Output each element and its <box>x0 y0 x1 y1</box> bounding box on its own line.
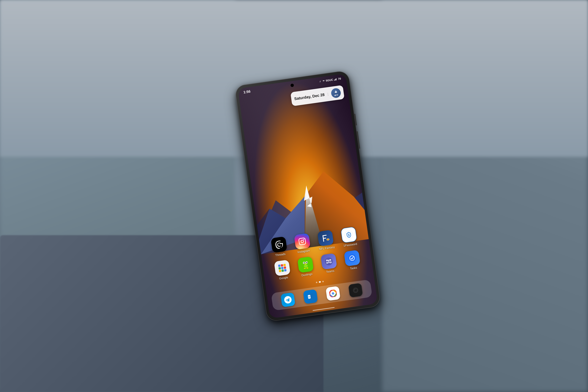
cloud-icon <box>334 89 338 94</box>
app-tasks[interactable]: Tasks <box>342 250 362 271</box>
google-grid-symbol <box>277 263 287 273</box>
nfl-label: NFL Fantasy <box>319 245 335 251</box>
teams-symbol: T <box>324 256 334 266</box>
bluetooth-icon <box>319 80 322 83</box>
app-instagram[interactable]: Instagram <box>292 233 313 254</box>
duolingo-icon <box>297 256 314 273</box>
dock-outlook[interactable]: O <box>303 289 318 304</box>
page-dot-3 <box>322 280 324 282</box>
tasks-icon <box>344 250 360 266</box>
svg-rect-26 <box>278 267 281 270</box>
instagram-label: Instagram <box>297 249 310 254</box>
nfl-symbol <box>321 234 330 242</box>
instagram-symbol <box>298 237 307 246</box>
page-dot-2 <box>319 281 321 283</box>
svg-rect-27 <box>281 266 284 269</box>
status-right: 5GUC 70 <box>319 77 341 83</box>
battery-level: 70 <box>338 77 341 80</box>
threads-symbol <box>274 240 284 249</box>
1password-symbol: 1 <box>344 230 354 240</box>
tasks-symbol <box>347 253 357 263</box>
chrome-symbol <box>329 289 337 298</box>
svg-point-14 <box>303 239 304 240</box>
threads-icon <box>271 236 287 253</box>
tasks-label: Tasks <box>350 266 357 270</box>
date-widget-menu[interactable]: ⋮ <box>326 92 330 96</box>
1password-label: 1Password <box>343 242 357 247</box>
svg-rect-31 <box>284 269 286 272</box>
svg-rect-28 <box>284 266 286 269</box>
weather-badge[interactable]: 49°F <box>330 88 341 98</box>
app-1password[interactable]: 1 1Password <box>339 226 359 248</box>
svg-point-11 <box>334 91 337 93</box>
app-nfl[interactable]: NFL Fantasy <box>316 230 336 251</box>
svg-rect-23 <box>278 264 280 267</box>
svg-rect-9 <box>336 78 337 80</box>
app-google[interactable]: Google <box>272 260 293 281</box>
app-teams[interactable]: T Teams <box>319 253 339 274</box>
duolingo-owl <box>300 259 311 270</box>
svg-rect-29 <box>279 270 281 272</box>
duolingo-label: Duolingo <box>301 272 312 277</box>
nfl-icon <box>317 230 334 246</box>
svg-text:O: O <box>308 296 310 298</box>
1password-icon: 1 <box>340 226 357 243</box>
wifi-icon <box>322 80 325 82</box>
svg-rect-16 <box>322 234 326 236</box>
svg-rect-25 <box>283 264 286 266</box>
dock-chrome[interactable] <box>326 286 340 301</box>
svg-point-13 <box>301 240 304 243</box>
teams-icon: T <box>320 253 337 270</box>
status-time: 1:56 <box>243 89 251 94</box>
outlook-symbol: O <box>306 292 314 300</box>
app-threads[interactable]: Threads <box>269 236 289 257</box>
google-icon <box>274 260 290 276</box>
svg-rect-8 <box>335 79 336 80</box>
page-dot-1 <box>316 282 317 283</box>
instagram-icon <box>294 233 310 250</box>
camera-symbol <box>351 286 360 294</box>
signal-icon <box>334 78 337 81</box>
svg-rect-6 <box>334 80 334 80</box>
svg-rect-12 <box>299 238 306 245</box>
temperature: 49°F <box>334 94 338 96</box>
scene: 1:56 5GUC <box>0 0 588 392</box>
network-label: 5GUC <box>326 78 333 82</box>
dock-telegram[interactable] <box>280 292 295 307</box>
google-label: Google <box>279 276 288 280</box>
teams-label: Teams <box>326 269 334 274</box>
svg-rect-30 <box>282 269 284 272</box>
date-text: Saturday, Dec 28 <box>294 92 325 101</box>
svg-point-50 <box>348 254 356 262</box>
dock-camera[interactable] <box>348 283 363 298</box>
telegram-symbol <box>284 296 292 304</box>
app-duolingo[interactable]: Duolingo <box>296 256 316 277</box>
svg-rect-24 <box>281 264 283 266</box>
svg-rect-7 <box>335 79 335 80</box>
threads-label: Threads <box>275 252 286 257</box>
